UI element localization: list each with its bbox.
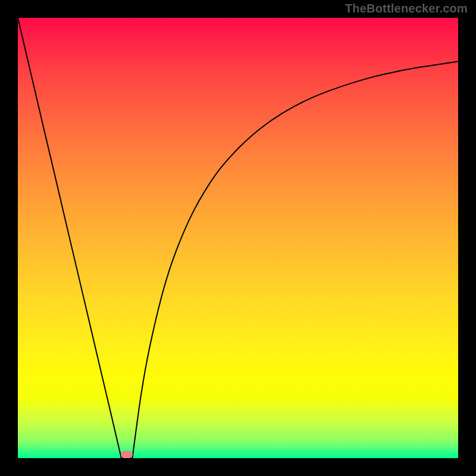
chart-frame: TheBottlenecker.com (0, 0, 476, 476)
watermark-text: TheBottlenecker.com (345, 2, 468, 15)
gradient-background (18, 18, 458, 458)
plot-area (18, 18, 458, 458)
